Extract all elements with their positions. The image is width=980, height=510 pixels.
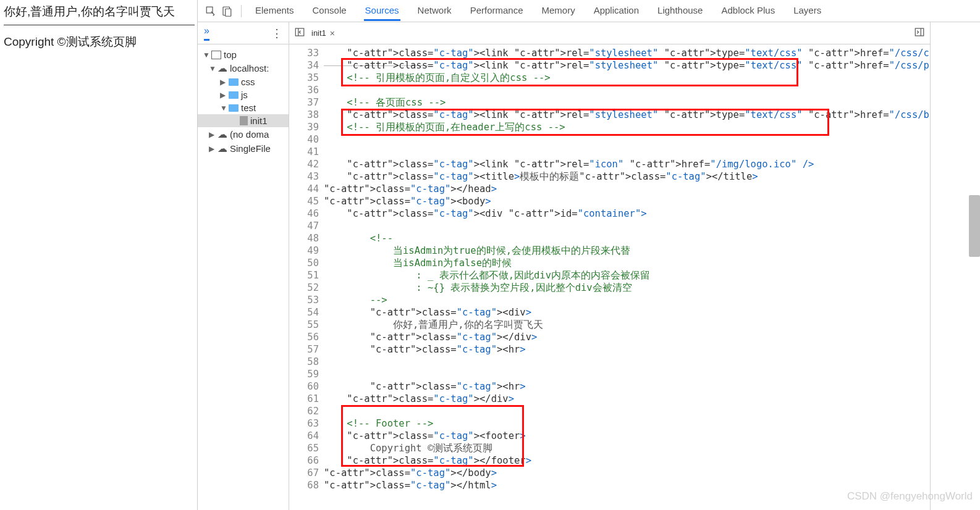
devtools-tab-memory[interactable]: Memory [541, 1, 577, 21]
code-line[interactable] [324, 405, 930, 417]
tree-top[interactable]: ▼top [198, 48, 289, 61]
tree-singlefile[interactable]: ▶☁SingleFile [198, 141, 289, 156]
devtools-tab-adblock-plus[interactable]: Adblock Plus [720, 1, 776, 21]
tree-host[interactable]: ▼☁localhost: [198, 61, 289, 75]
nav-menu-icon[interactable]: ⋮ [271, 27, 282, 40]
code-line[interactable]: <!-- 引用模板的页面,自定义引入的css --> [324, 72, 930, 84]
code-line[interactable] [324, 84, 930, 96]
watermark: CSDN @fengyehongWorld [847, 490, 973, 503]
code-line[interactable]: "c-attr">class="c-tag"><div> [324, 306, 930, 319]
separator [241, 5, 242, 17]
nav-more-icon[interactable]: » [204, 25, 209, 41]
devtools-tab-console[interactable]: Console [311, 1, 348, 21]
code-line[interactable]: Copyright ©测试系统页脚 [324, 442, 930, 454]
code-line[interactable]: <!-- Footer --> [324, 417, 930, 430]
tree-nodomain[interactable]: ▶☁(no doma [198, 127, 289, 141]
code-line[interactable]: "c-attr">class="c-tag"></footer> [324, 454, 930, 467]
line-gutter: 3334353637383940414243444546474849505152… [289, 44, 324, 510]
devtools-tab-sources[interactable]: Sources [364, 1, 400, 21]
code-line[interactable]: "c-attr">class="c-tag"><link "c-attr">re… [324, 109, 930, 121]
devtools-tab-lighthouse[interactable]: Lighthouse [656, 1, 704, 21]
source-column: init1 × 33343536373839404142434445464748… [289, 22, 931, 510]
svg-rect-2 [226, 9, 231, 16]
code-line[interactable]: 当isAdmin为true的时候,会使用模板中的片段来代替 [324, 245, 930, 257]
code-line[interactable]: 你好,普通用户,你的名字叫贾飞天 [324, 319, 930, 331]
greeting-text: 你好,普通用户,你的名字叫贾飞天 [4, 4, 195, 20]
devtools-tab-performance[interactable]: Performance [469, 1, 525, 21]
code-line[interactable]: "c-attr">class="c-tag"><hr> [324, 380, 930, 393]
code-line[interactable]: "c-attr">class="c-tag"></div> [324, 331, 930, 343]
code-line[interactable]: 当isAdmin为false的时候 [324, 257, 930, 269]
code-line[interactable]: <!-- 引用模板的页面,在header上写的css --> [324, 121, 930, 133]
tree-folder-css[interactable]: ▶css [198, 75, 289, 88]
devtools-tab-elements[interactable]: Elements [254, 1, 295, 21]
svg-rect-5 [915, 28, 924, 36]
code-line[interactable] [324, 146, 930, 158]
devtools-toolbar: ElementsConsoleSourcesNetworkPerformance… [198, 0, 980, 22]
devtools-panel: ElementsConsoleSourcesNetworkPerformance… [198, 0, 980, 510]
devtools-tab-layers[interactable]: Layers [792, 1, 822, 21]
code-line[interactable]: : ~{} 表示替换为空片段,因此整个div会被清空 [324, 282, 930, 294]
divider [4, 25, 195, 25]
device-toggle-icon[interactable] [220, 4, 234, 18]
code-line[interactable] [324, 133, 930, 146]
rendered-page: 你好,普通用户,你的名字叫贾飞天 Copyright ©测试系统页脚 [0, 0, 198, 510]
code-line[interactable]: "c-attr">class="c-tag"><link "c-attr">re… [324, 158, 930, 170]
file-tab-init1[interactable]: init1 × [309, 27, 337, 40]
code-line[interactable] [324, 368, 930, 380]
devtools-tabs: ElementsConsoleSourcesNetworkPerformance… [254, 1, 822, 21]
code-line[interactable] [324, 220, 930, 232]
code-line[interactable]: "c-attr">class="c-tag"><footer> [324, 430, 930, 442]
code-line[interactable]: : _ 表示什么都不做,因此div内原本的内容会被保留 [324, 269, 930, 282]
file-tab-label: init1 [311, 28, 326, 38]
tree-folder-test[interactable]: ▼test [198, 101, 289, 114]
code-line[interactable]: "c-attr">class="c-tag"><body> [324, 195, 930, 207]
code-line[interactable]: "c-attr">class="c-tag"><hr> [324, 343, 930, 356]
tree-folder-js[interactable]: ▶js [198, 88, 289, 101]
code-line[interactable] [324, 356, 930, 368]
file-tree: ▼top ▼☁localhost: ▶css ▶js ▼test init1 ▶… [198, 44, 289, 159]
code-line[interactable]: "c-attr">class="c-tag"><link "c-attr">re… [324, 47, 930, 59]
code-line[interactable]: "c-attr">class="c-tag"><title>模板中的标题"c-a… [324, 170, 930, 183]
code-area[interactable]: 3334353637383940414243444546474849505152… [289, 44, 930, 510]
close-tab-icon[interactable]: × [330, 28, 335, 38]
toggle-navigator-icon[interactable] [294, 27, 305, 40]
code-line[interactable]: "c-attr">class="c-tag"></div> [324, 393, 930, 405]
copyright-text: Copyright ©测试系统页脚 [4, 34, 195, 50]
code-line[interactable]: "c-attr">class="c-tag"><div "c-attr">id=… [324, 207, 930, 220]
code-line[interactable]: --> [324, 294, 930, 306]
navigator-head: » ⋮ [198, 22, 289, 44]
code-content[interactable]: "c-attr">class="c-tag"><link "c-attr">re… [324, 44, 930, 510]
code-line[interactable]: "c-attr">class="c-tag"></head> [324, 183, 930, 195]
code-line[interactable]: "c-attr">class="c-tag"></body> [324, 467, 930, 479]
inspect-icon[interactable] [204, 4, 218, 18]
tree-file-init1[interactable]: init1 [198, 114, 289, 127]
code-line[interactable]: <!-- [324, 232, 930, 245]
devtools-tab-network[interactable]: Network [416, 1, 453, 21]
code-line[interactable]: "c-attr">class="c-tag"><link "c-attr">re… [324, 59, 930, 72]
run-snippet-icon[interactable] [914, 27, 925, 40]
code-line[interactable]: "c-attr">class="c-tag"></html> [324, 479, 930, 491]
code-line[interactable]: <!-- 各页面css --> [324, 96, 930, 109]
navigator-column: » ⋮ ▼top ▼☁localhost: ▶css ▶js ▼test ini… [198, 22, 289, 510]
devtools-tab-application[interactable]: Application [593, 1, 640, 21]
scrollbar-thumb[interactable] [969, 195, 980, 257]
source-tabs-bar: init1 × [289, 22, 930, 44]
